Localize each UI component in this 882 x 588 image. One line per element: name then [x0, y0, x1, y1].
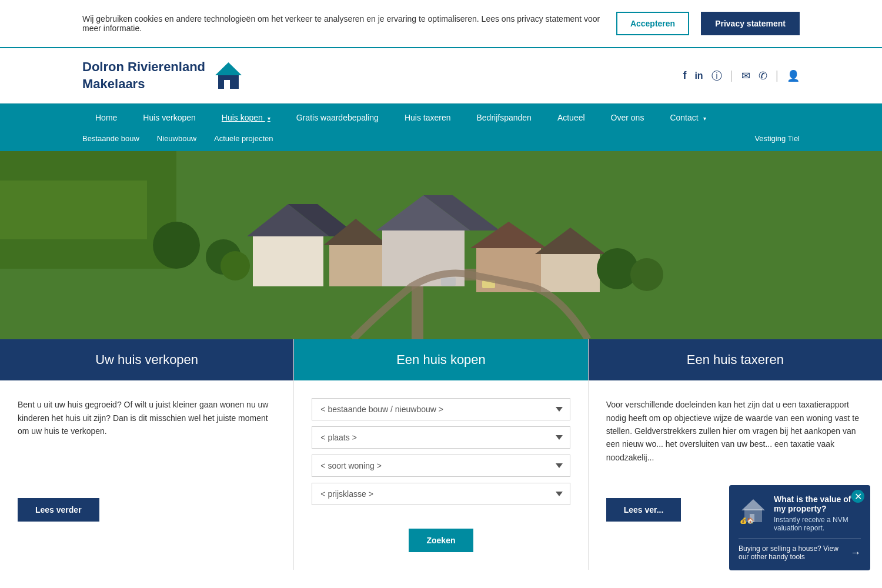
privacy-statement-button[interactable]: Privacy statement	[701, 12, 800, 35]
nav-contact[interactable]: Contact ▾	[657, 103, 719, 132]
email-icon[interactable]: ✉	[741, 69, 750, 82]
card-verkopen-body: Bent u uit uw huis gegroeid? Of wilt u j…	[0, 380, 293, 498]
nav-sub-actuele-projecten[interactable]: Actuele projecten	[214, 132, 273, 145]
cookie-message: Wij gebruiken cookies en andere technolo…	[82, 14, 604, 33]
popup-close-button[interactable]: ✕	[851, 490, 864, 503]
facebook-icon[interactable]: f	[683, 69, 686, 82]
popup-content: 💰🏠 What is the value of my property? Ins…	[739, 495, 861, 532]
svg-point-23	[630, 258, 663, 291]
svg-rect-8	[253, 233, 323, 286]
nav-sub-nieuwbouw[interactable]: Nieuwbouw	[157, 132, 196, 145]
nav-sub-bestaande-bouw[interactable]: Bestaande bouw	[82, 132, 139, 145]
card-taxeren-header: Een huis taxeren	[589, 339, 882, 380]
divider1: |	[730, 69, 733, 82]
card-kopen-body: < bestaande bouw / nieuwbouw > < plaats …	[294, 380, 587, 529]
dropdown-prijs[interactable]: < prijsklasse >	[312, 483, 570, 505]
search-dropdowns: < bestaande bouw / nieuwbouw > < plaats …	[312, 398, 570, 505]
card-taxeren-body: Voor verschillende doeleinden kan het zi…	[589, 380, 882, 498]
popup-title: What is the value of my property?	[774, 495, 861, 513]
nav-bedrijfspanden[interactable]: Bedrijfspanden	[463, 103, 544, 132]
svg-rect-11	[329, 242, 382, 286]
svg-rect-25	[441, 278, 456, 286]
hero-image	[0, 151, 882, 339]
logo-text: Dolron Rivierenland Makelaars	[82, 59, 205, 92]
dropdown-plaats[interactable]: < plaats >	[312, 426, 570, 449]
logo-area: Dolron Rivierenland Makelaars	[82, 59, 245, 92]
hero-illustration	[0, 151, 882, 339]
nav-gratis-waardebepaling[interactable]: Gratis waardebepaling	[283, 103, 392, 132]
svg-text:💰🏠: 💰🏠	[740, 517, 754, 524]
svg-rect-2	[224, 80, 230, 89]
nav-actueel[interactable]: Actueel	[544, 103, 598, 132]
instagram-icon[interactable]: ⓘ	[711, 69, 722, 83]
popup-link[interactable]: Buying or selling a house? View our othe…	[739, 538, 861, 561]
nav-sub-vestiging-tiel[interactable]: Vestiging Tiel	[754, 132, 800, 145]
card-verkopen: Uw huis verkopen Bent u uit uw huis gegr…	[0, 339, 294, 570]
dropdown-soort[interactable]: < soort woning >	[312, 455, 570, 477]
svg-point-24	[153, 222, 200, 269]
contact-arrow: ▾	[703, 115, 706, 122]
nav-huis-kopen[interactable]: Huis kopen ▾	[209, 103, 283, 132]
lees-verder-button-3[interactable]: Lees ver...	[606, 498, 681, 522]
main-nav: Home Huis verkopen Huis kopen ▾ Gratis w…	[0, 103, 882, 132]
header: Dolron Rivierenland Makelaars f in ⓘ | ✉…	[0, 48, 882, 103]
card-kopen-header: Een huis kopen	[294, 339, 587, 380]
cookie-banner: Wij gebruiken cookies en andere technolo…	[0, 0, 882, 48]
phone-icon[interactable]: ✆	[759, 69, 767, 82]
user-icon[interactable]: 👤	[787, 69, 800, 82]
nav-sub-bar: Bestaande bouw Nieuwbouw Actuele project…	[0, 132, 882, 151]
dropdown-type[interactable]: < bestaande bouw / nieuwbouw >	[312, 398, 570, 420]
card-kopen-footer: Zoeken	[294, 529, 587, 570]
lees-verder-button-1[interactable]: Lees verder	[18, 498, 99, 522]
card-kopen: Een huis kopen < bestaande bouw / nieuwb…	[294, 339, 588, 570]
linkedin-icon[interactable]: in	[694, 71, 703, 81]
logo-house-icon	[212, 59, 245, 92]
popup-text-area: What is the value of my property? Instan…	[774, 495, 861, 532]
svg-rect-18	[541, 251, 600, 292]
card-verkopen-footer: Lees verder	[0, 498, 293, 539]
popup-house-icon: 💰🏠	[739, 495, 768, 528]
popup-icon-svg: 💰🏠	[739, 495, 768, 524]
huis-kopen-arrow: ▾	[268, 115, 270, 122]
popup-link-text: Buying or selling a house? View our othe…	[739, 544, 850, 561]
popup-subtitle: Instantly receive a NVM valuation report…	[774, 516, 861, 532]
divider2: |	[776, 69, 779, 82]
popup-widget: ✕ 💰🏠 What is the value of my property? I…	[729, 485, 870, 570]
svg-marker-1	[215, 62, 242, 75]
svg-rect-5	[0, 181, 147, 239]
header-icons: f in ⓘ | ✉ ✆ | 👤	[683, 69, 800, 83]
accept-button[interactable]: Accepteren	[616, 12, 689, 35]
svg-point-21	[220, 251, 250, 280]
svg-marker-28	[741, 499, 765, 510]
nav-huis-taxeren[interactable]: Huis taxeren	[392, 103, 464, 132]
popup-arrow-icon: →	[850, 547, 861, 559]
zoeken-button[interactable]: Zoeken	[409, 529, 473, 552]
nav-over-ons[interactable]: Over ons	[598, 103, 657, 132]
nav-home[interactable]: Home	[82, 103, 130, 132]
nav-huis-verkopen[interactable]: Huis verkopen	[130, 103, 209, 132]
card-verkopen-header: Uw huis verkopen	[0, 339, 293, 380]
